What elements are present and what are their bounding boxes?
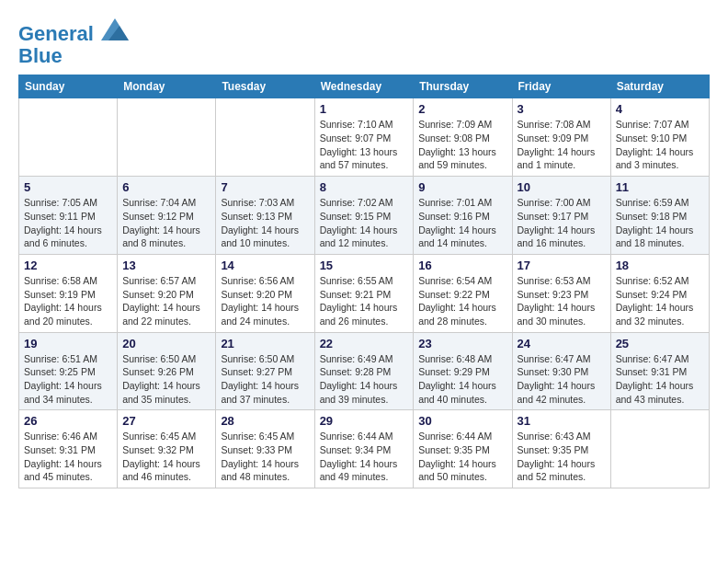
logo-icon <box>101 18 129 40</box>
header-saturday: Saturday <box>610 75 709 98</box>
day-info: Sunrise: 6:48 AMSunset: 9:29 PMDaylight:… <box>418 352 506 407</box>
calendar-day-24: 24Sunrise: 6:47 AMSunset: 9:30 PMDayligh… <box>512 332 610 410</box>
day-number: 28 <box>221 414 309 428</box>
calendar-week-row: 26Sunrise: 6:46 AMSunset: 9:31 PMDayligh… <box>19 410 710 488</box>
calendar-empty-cell <box>118 98 216 177</box>
calendar-day-31: 31Sunrise: 6:43 AMSunset: 9:35 PMDayligh… <box>512 410 610 488</box>
day-info: Sunrise: 6:53 AMSunset: 9:23 PMDaylight:… <box>518 274 606 328</box>
calendar-day-5: 5Sunrise: 7:05 AMSunset: 9:11 PMDaylight… <box>19 177 118 255</box>
day-number: 7 <box>221 180 309 194</box>
calendar-week-row: 19Sunrise: 6:51 AMSunset: 9:25 PMDayligh… <box>19 332 710 410</box>
day-number: 12 <box>24 259 112 272</box>
day-info: Sunrise: 6:43 AMSunset: 9:35 PMDaylight:… <box>518 430 606 484</box>
logo: General Blue <box>18 18 129 67</box>
calendar-day-22: 22Sunrise: 6:49 AMSunset: 9:28 PMDayligh… <box>314 332 414 410</box>
day-info: Sunrise: 6:44 AMSunset: 9:35 PMDaylight:… <box>418 430 506 484</box>
calendar-day-21: 21Sunrise: 6:50 AMSunset: 9:27 PMDayligh… <box>216 332 314 410</box>
logo-text: General <box>18 18 129 45</box>
calendar-week-row: 1Sunrise: 7:10 AMSunset: 9:07 PMDaylight… <box>19 98 710 177</box>
calendar-header-row: SundayMondayTuesdayWednesdayThursdayFrid… <box>19 75 710 98</box>
day-info: Sunrise: 7:01 AMSunset: 9:16 PMDaylight:… <box>418 196 506 250</box>
day-info: Sunrise: 6:49 AMSunset: 9:28 PMDaylight:… <box>320 352 409 407</box>
calendar-day-4: 4Sunrise: 7:07 AMSunset: 9:10 PMDaylight… <box>610 98 709 177</box>
calendar-day-10: 10Sunrise: 7:00 AMSunset: 9:17 PMDayligh… <box>512 177 610 255</box>
day-info: Sunrise: 6:54 AMSunset: 9:22 PMDaylight:… <box>418 274 506 328</box>
calendar-empty-cell <box>216 98 314 177</box>
day-info: Sunrise: 6:47 AMSunset: 9:30 PMDaylight:… <box>518 352 606 407</box>
day-number: 20 <box>122 337 210 350</box>
header-wednesday: Wednesday <box>314 75 414 98</box>
calendar-day-20: 20Sunrise: 6:50 AMSunset: 9:26 PMDayligh… <box>118 332 216 410</box>
calendar-day-16: 16Sunrise: 6:54 AMSunset: 9:22 PMDayligh… <box>414 254 512 332</box>
calendar-day-12: 12Sunrise: 6:58 AMSunset: 9:19 PMDayligh… <box>19 254 118 332</box>
day-info: Sunrise: 7:07 AMSunset: 9:10 PMDaylight:… <box>616 118 704 172</box>
day-number: 3 <box>518 102 606 116</box>
day-info: Sunrise: 7:04 AMSunset: 9:12 PMDaylight:… <box>122 196 210 250</box>
logo-blue-text: Blue <box>18 45 129 67</box>
day-number: 26 <box>24 414 112 428</box>
header-monday: Monday <box>118 75 216 98</box>
calendar-day-19: 19Sunrise: 6:51 AMSunset: 9:25 PMDayligh… <box>19 332 118 410</box>
calendar-day-8: 8Sunrise: 7:02 AMSunset: 9:15 PMDaylight… <box>314 177 414 255</box>
day-info: Sunrise: 6:58 AMSunset: 9:19 PMDaylight:… <box>24 274 112 328</box>
day-info: Sunrise: 6:50 AMSunset: 9:26 PMDaylight:… <box>122 352 210 407</box>
day-number: 4 <box>616 102 704 116</box>
calendar-day-25: 25Sunrise: 6:47 AMSunset: 9:31 PMDayligh… <box>610 332 709 410</box>
day-number: 18 <box>616 259 704 272</box>
day-number: 23 <box>418 337 506 350</box>
day-number: 22 <box>320 337 409 350</box>
day-info: Sunrise: 6:56 AMSunset: 9:20 PMDaylight:… <box>221 274 309 328</box>
day-info: Sunrise: 6:59 AMSunset: 9:18 PMDaylight:… <box>616 196 704 250</box>
day-info: Sunrise: 6:55 AMSunset: 9:21 PMDaylight:… <box>320 274 409 328</box>
header-thursday: Thursday <box>414 75 512 98</box>
day-info: Sunrise: 7:03 AMSunset: 9:13 PMDaylight:… <box>221 196 309 250</box>
calendar-day-7: 7Sunrise: 7:03 AMSunset: 9:13 PMDaylight… <box>216 177 314 255</box>
day-number: 11 <box>616 180 704 194</box>
day-number: 5 <box>24 180 112 194</box>
day-info: Sunrise: 7:09 AMSunset: 9:08 PMDaylight:… <box>418 118 506 172</box>
day-number: 14 <box>221 259 309 272</box>
day-number: 25 <box>616 337 704 350</box>
calendar-day-14: 14Sunrise: 6:56 AMSunset: 9:20 PMDayligh… <box>216 254 314 332</box>
calendar-day-28: 28Sunrise: 6:45 AMSunset: 9:33 PMDayligh… <box>216 410 314 488</box>
day-number: 15 <box>320 259 409 272</box>
day-info: Sunrise: 6:46 AMSunset: 9:31 PMDaylight:… <box>24 430 112 484</box>
day-number: 10 <box>518 180 606 194</box>
day-info: Sunrise: 6:45 AMSunset: 9:32 PMDaylight:… <box>122 430 210 484</box>
day-number: 1 <box>320 102 409 116</box>
header-tuesday: Tuesday <box>216 75 314 98</box>
header-sunday: Sunday <box>19 75 118 98</box>
day-info: Sunrise: 6:50 AMSunset: 9:27 PMDaylight:… <box>221 352 309 407</box>
day-number: 19 <box>24 337 112 350</box>
day-info: Sunrise: 7:02 AMSunset: 9:15 PMDaylight:… <box>320 196 409 250</box>
day-number: 16 <box>418 259 506 272</box>
calendar-day-13: 13Sunrise: 6:57 AMSunset: 9:20 PMDayligh… <box>118 254 216 332</box>
day-info: Sunrise: 6:51 AMSunset: 9:25 PMDaylight:… <box>24 352 112 407</box>
day-number: 6 <box>122 180 210 194</box>
day-number: 8 <box>320 180 409 194</box>
header-friday: Friday <box>512 75 610 98</box>
calendar-empty-cell <box>610 410 709 488</box>
day-info: Sunrise: 7:05 AMSunset: 9:11 PMDaylight:… <box>24 196 112 250</box>
calendar-week-row: 5Sunrise: 7:05 AMSunset: 9:11 PMDaylight… <box>19 177 710 255</box>
day-number: 13 <box>122 259 210 272</box>
day-info: Sunrise: 6:57 AMSunset: 9:20 PMDaylight:… <box>122 274 210 328</box>
day-number: 17 <box>518 259 606 272</box>
calendar-day-9: 9Sunrise: 7:01 AMSunset: 9:16 PMDaylight… <box>414 177 512 255</box>
calendar-day-23: 23Sunrise: 6:48 AMSunset: 9:29 PMDayligh… <box>414 332 512 410</box>
calendar-day-2: 2Sunrise: 7:09 AMSunset: 9:08 PMDaylight… <box>414 98 512 177</box>
day-number: 21 <box>221 337 309 350</box>
header: General Blue <box>18 18 710 67</box>
calendar-day-6: 6Sunrise: 7:04 AMSunset: 9:12 PMDaylight… <box>118 177 216 255</box>
day-info: Sunrise: 7:08 AMSunset: 9:09 PMDaylight:… <box>518 118 606 172</box>
calendar-day-1: 1Sunrise: 7:10 AMSunset: 9:07 PMDaylight… <box>314 98 414 177</box>
calendar-day-30: 30Sunrise: 6:44 AMSunset: 9:35 PMDayligh… <box>414 410 512 488</box>
day-info: Sunrise: 7:10 AMSunset: 9:07 PMDaylight:… <box>320 118 409 172</box>
day-number: 24 <box>518 337 606 350</box>
calendar-day-26: 26Sunrise: 6:46 AMSunset: 9:31 PMDayligh… <box>19 410 118 488</box>
day-info: Sunrise: 6:45 AMSunset: 9:33 PMDaylight:… <box>221 430 309 484</box>
calendar-day-27: 27Sunrise: 6:45 AMSunset: 9:32 PMDayligh… <box>118 410 216 488</box>
day-number: 30 <box>418 414 506 428</box>
calendar-week-row: 12Sunrise: 6:58 AMSunset: 9:19 PMDayligh… <box>19 254 710 332</box>
day-number: 9 <box>418 180 506 194</box>
